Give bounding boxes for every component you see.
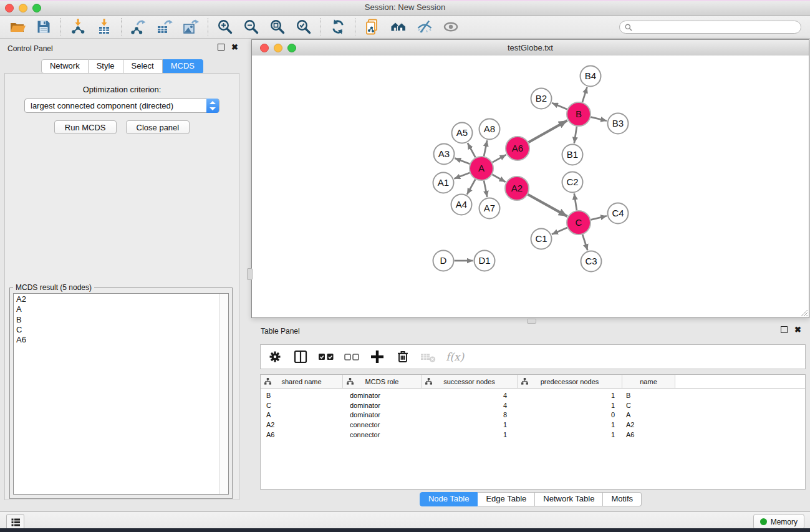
cell-predecessor-nodes[interactable]: 1 (516, 402, 620, 409)
table-row[interactable]: Bdominator41B (261, 390, 805, 400)
cell-name[interactable]: A6 (620, 431, 672, 438)
table-row[interactable]: A6connector11A6 (261, 430, 805, 440)
graph-edge-A2-C[interactable] (528, 195, 567, 216)
result-list-item[interactable]: B (14, 315, 219, 325)
tab-edge-table[interactable]: Edge Table (478, 492, 535, 506)
cell-name[interactable]: C (620, 402, 672, 409)
show-all-icon[interactable] (442, 18, 460, 36)
cell-shared-name[interactable]: A (261, 411, 342, 418)
cell-MCDS-role[interactable]: dominator (342, 392, 420, 399)
graph-edge-A-A7[interactable] (484, 181, 487, 197)
export-image-icon[interactable] (182, 18, 200, 36)
hide-selected-icon[interactable] (416, 18, 433, 36)
tab-motifs[interactable]: Motifs (603, 492, 642, 506)
function-builder-icon[interactable]: f(x) (446, 351, 464, 363)
column-header-successor-nodes[interactable]: successor nodes (422, 375, 518, 388)
deselect-all-icon[interactable] (342, 347, 361, 366)
first-neighbors-icon[interactable] (390, 18, 407, 36)
tab-network[interactable]: Network (41, 59, 89, 74)
graph-edge-A-A1[interactable] (454, 173, 470, 178)
column-panel-icon[interactable] (291, 347, 310, 366)
cell-predecessor-nodes[interactable]: 1 (516, 392, 620, 399)
column-header-shared-name[interactable]: shared name (261, 375, 343, 388)
cell-predecessor-nodes[interactable]: 0 (516, 411, 620, 418)
cell-MCDS-role[interactable]: connector (342, 421, 420, 428)
column-header-name[interactable]: name (622, 375, 675, 388)
tab-node-table[interactable]: Node Table (420, 492, 478, 506)
cell-name[interactable]: A2 (620, 421, 672, 428)
cell-shared-name[interactable]: C (261, 402, 342, 409)
new-network-from-selection-icon[interactable] (364, 18, 381, 36)
import-network-icon[interactable] (69, 18, 87, 36)
network-canvas[interactable]: AA1A2A3A4A5A6A7A8BB1B2B3B4CC1C2C3C4DD1 (252, 56, 809, 317)
table-row[interactable]: Cdominator41C (261, 400, 805, 410)
node-table[interactable]: shared nameMCDS rolesuccessor nodesprede… (260, 374, 806, 490)
vertical-splitter-handle[interactable] (247, 268, 253, 280)
cell-shared-name[interactable]: B (261, 392, 342, 399)
cell-successor-nodes[interactable]: 4 (420, 402, 516, 409)
graph-edge-A-A2[interactable] (492, 175, 505, 182)
table-row[interactable]: Adominator80A (261, 410, 805, 420)
cell-MCDS-role[interactable]: dominator (342, 411, 420, 418)
column-header-MCDS-role[interactable]: MCDS role (343, 375, 422, 388)
graph-edge-C-C3[interactable] (582, 235, 587, 250)
cell-MCDS-role[interactable]: connector (342, 431, 420, 438)
float-panel-icon[interactable] (218, 44, 224, 51)
table-row[interactable]: A2connector11A2 (261, 420, 805, 430)
tab-select[interactable]: Select (123, 59, 163, 74)
cell-successor-nodes[interactable]: 1 (420, 421, 516, 428)
tab-mcds[interactable]: MCDS (163, 59, 203, 74)
cell-name[interactable]: B (620, 392, 672, 399)
table-options-icon[interactable] (266, 347, 284, 366)
graph-edge-C-C2[interactable] (574, 193, 577, 210)
graph-edge-A-A8[interactable] (484, 140, 487, 156)
network-graph[interactable]: AA1A2A3A4A5A6A7A8BB1B2B3B4CC1C2C3C4DD1 (252, 56, 809, 317)
column-header-predecessor-nodes[interactable]: predecessor nodes (518, 375, 622, 388)
open-session-icon[interactable] (9, 18, 26, 36)
result-list-item[interactable]: A2 (14, 294, 219, 304)
graph-edge-A-A3[interactable] (455, 158, 470, 164)
cell-successor-nodes[interactable]: 4 (420, 392, 516, 399)
cell-predecessor-nodes[interactable]: 1 (516, 431, 620, 438)
cell-name[interactable]: A (620, 411, 672, 418)
create-column-icon[interactable] (368, 347, 387, 366)
network-window-titlebar[interactable]: testGlobe.txt (252, 40, 809, 56)
mcds-result-list[interactable]: A2ABCA6 (13, 293, 229, 495)
zoom-selected-icon[interactable] (295, 18, 312, 36)
task-history-button[interactable] (6, 514, 24, 530)
zoom-out-icon[interactable] (243, 18, 260, 36)
graph-edge-B-B1[interactable] (574, 127, 577, 143)
graph-edge-B-B4[interactable] (582, 87, 587, 102)
result-list-item[interactable]: A (14, 304, 219, 314)
graph-edge-C-C1[interactable] (552, 228, 567, 235)
search-input[interactable] (619, 21, 801, 34)
close-panel-button[interactable]: Close panel (126, 120, 190, 134)
graph-edge-A-A5[interactable] (468, 143, 476, 157)
refresh-icon[interactable] (329, 18, 347, 36)
graph-edge-B-B2[interactable] (552, 103, 567, 109)
result-list-item[interactable]: C (14, 325, 219, 335)
graph-edge-B-B3[interactable] (591, 117, 607, 121)
zoom-fit-icon[interactable] (269, 18, 286, 36)
float-table-panel-icon[interactable] (781, 326, 788, 333)
run-mcds-button[interactable]: Run MCDS (54, 120, 117, 134)
graph-edge-A-A6[interactable] (493, 155, 506, 162)
graph-edge-C-C4[interactable] (591, 216, 607, 220)
export-network-icon[interactable] (130, 18, 147, 36)
cell-successor-nodes[interactable]: 1 (420, 431, 516, 438)
result-list-item[interactable]: A6 (14, 335, 219, 345)
export-table-icon[interactable] (156, 18, 173, 36)
criterion-select[interactable]: largest connected component (directed) (24, 99, 219, 113)
result-list-scrollbar[interactable] (219, 294, 228, 494)
zoom-in-icon[interactable] (216, 18, 234, 36)
cell-shared-name[interactable]: A6 (261, 431, 342, 438)
close-panel-icon[interactable]: ✖ (231, 44, 238, 51)
import-table-icon[interactable] (95, 18, 113, 36)
save-session-icon[interactable] (35, 18, 52, 36)
cell-shared-name[interactable]: A2 (261, 421, 342, 428)
tab-network-table[interactable]: Network Table (535, 492, 603, 506)
close-table-panel-icon[interactable]: ✖ (794, 326, 801, 333)
cell-successor-nodes[interactable]: 8 (420, 411, 516, 418)
graph-edge-A6-B[interactable] (528, 120, 567, 142)
graph-edge-A-A4[interactable] (467, 180, 475, 195)
